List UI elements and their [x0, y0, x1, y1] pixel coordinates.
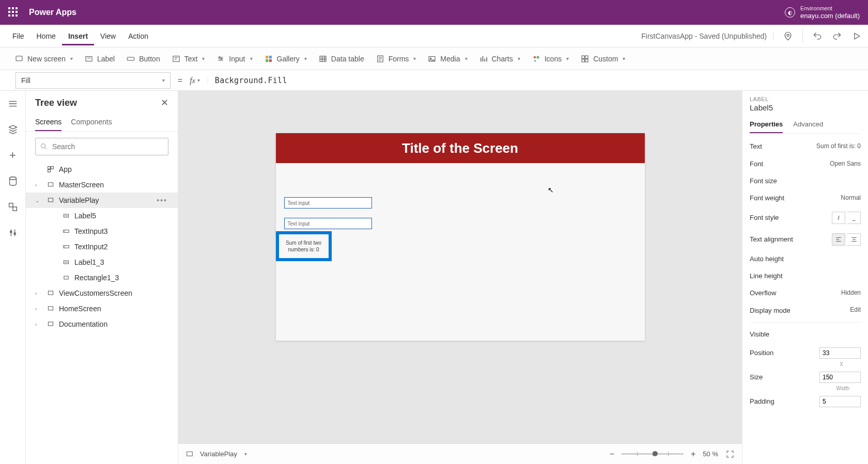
- tree-node-app[interactable]: App: [26, 162, 178, 177]
- prop-overflow-value[interactable]: Hidden: [841, 289, 861, 297]
- datatable-button[interactable]: Data table: [318, 54, 364, 63]
- chevron-down-icon: ▾: [250, 56, 253, 61]
- insert-icon[interactable]: +: [7, 150, 19, 161]
- cursor-icon: ↖: [548, 186, 554, 194]
- zoom-slider[interactable]: [622, 453, 684, 455]
- svg-rect-36: [64, 276, 68, 279]
- chevron-down-icon[interactable]: ▾: [244, 451, 247, 457]
- formula-bar: Fill ▾ = fx ▾ Background.Fill: [0, 70, 868, 91]
- search-input[interactable]: [52, 142, 164, 151]
- fit-screen-icon[interactable]: [725, 450, 735, 459]
- tree-node-homescreen[interactable]: ›HomeScreen: [26, 301, 178, 316]
- formula-input[interactable]: Background.Fill: [208, 76, 287, 85]
- tree-node-viewcustomers[interactable]: ›ViewCustomersScreen: [26, 285, 178, 301]
- media-dropdown[interactable]: Media▾: [427, 54, 467, 63]
- svg-rect-17: [582, 56, 584, 58]
- tab-components[interactable]: Components: [71, 114, 112, 131]
- environment-icon[interactable]: ◐: [785, 7, 795, 18]
- prop-text-value[interactable]: Sum of first is: 0: [816, 142, 861, 151]
- waffle-icon[interactable]: [8, 7, 19, 18]
- menu-file[interactable]: File: [6, 27, 30, 45]
- tree-node-textinput3[interactable]: TextInput3: [26, 223, 178, 239]
- redo-icon[interactable]: [832, 31, 842, 41]
- prop-padding-value[interactable]: [819, 396, 861, 407]
- tree-label: Label1_3: [74, 258, 104, 266]
- tree-view-icon[interactable]: [7, 124, 19, 135]
- tab-properties[interactable]: Properties: [750, 116, 783, 133]
- tree-node-textinput2[interactable]: TextInput2: [26, 239, 178, 254]
- prop-font-value[interactable]: Open Sans: [830, 160, 861, 168]
- custom-dropdown[interactable]: Custom▾: [580, 54, 625, 63]
- screen-title-label[interactable]: Title of the Screen: [276, 133, 645, 163]
- tab-advanced[interactable]: Advanced: [793, 116, 823, 133]
- prop-displaymode-value[interactable]: Edit: [850, 306, 861, 314]
- forms-dropdown[interactable]: Forms▾: [376, 54, 416, 63]
- prop-fontweight-value[interactable]: Normal: [841, 194, 861, 202]
- tree-node-rectangle1-3[interactable]: Rectangle1_3: [26, 270, 178, 285]
- play-icon[interactable]: [851, 31, 862, 41]
- prop-visible-label: Visible: [750, 330, 769, 338]
- canvas-screen[interactable]: Title of the Screen Text input Text inpu…: [276, 133, 645, 341]
- svg-point-0: [787, 34, 789, 36]
- environment-block[interactable]: Environment enayu.com (default): [800, 5, 860, 20]
- charts-dropdown[interactable]: Charts▾: [479, 54, 520, 63]
- control-name[interactable]: Label5: [750, 103, 861, 112]
- input-dropdown[interactable]: Input▾: [216, 54, 252, 63]
- icons-dropdown[interactable]: Icons▾: [532, 54, 569, 63]
- app-checker-icon[interactable]: [783, 31, 793, 41]
- new-screen-button[interactable]: New screen▾: [14, 54, 73, 63]
- menu-view[interactable]: View: [94, 27, 122, 45]
- media-panel-icon[interactable]: [7, 201, 19, 213]
- chevron-down-icon: ▾: [202, 56, 205, 61]
- button-button[interactable]: Button: [126, 54, 160, 63]
- prop-position-x[interactable]: [819, 347, 861, 359]
- property-dropdown[interactable]: Fill ▾: [16, 72, 171, 89]
- advanced-tools-icon[interactable]: [7, 227, 19, 238]
- svg-rect-39: [48, 322, 53, 326]
- canvas-textinput-2[interactable]: Text input: [284, 218, 372, 229]
- status-screen-name[interactable]: VariablePlay: [200, 450, 237, 458]
- italic-button[interactable]: I: [832, 212, 845, 224]
- prop-position-label: Position: [750, 349, 773, 357]
- prop-text-label: Text: [750, 142, 762, 150]
- zoom-out-button[interactable]: −: [610, 450, 614, 459]
- canvas-selected-label[interactable]: Sum of first two numbers is: 0: [276, 231, 332, 261]
- tree-search[interactable]: [35, 138, 168, 155]
- fx-expand-icon[interactable]: ▾: [197, 77, 208, 83]
- tree-node-masterscreen[interactable]: ›MasterScreen: [26, 177, 178, 193]
- canvas-textinput-1[interactable]: Text input: [284, 197, 372, 209]
- close-icon[interactable]: ✕: [161, 97, 168, 108]
- prop-font-label: Font: [750, 160, 763, 168]
- tree-node-label5[interactable]: Label5: [26, 208, 178, 223]
- data-icon[interactable]: [7, 175, 19, 187]
- fx-icon[interactable]: fx: [190, 76, 197, 85]
- svg-rect-37: [48, 291, 53, 295]
- tree-label: VariablePlay: [59, 196, 99, 204]
- tree-node-variableplay[interactable]: ⌄VariablePlay•••: [26, 193, 178, 208]
- align-left-button[interactable]: [832, 233, 845, 246]
- menu-action[interactable]: Action: [122, 27, 154, 45]
- svg-rect-22: [9, 203, 12, 207]
- tree-node-documentation[interactable]: ›Documentation: [26, 316, 178, 332]
- menu-insert[interactable]: Insert: [62, 27, 94, 45]
- prop-size-width[interactable]: [819, 372, 861, 383]
- tree-node-label1-3[interactable]: Label1_3: [26, 254, 178, 270]
- hamburger-icon[interactable]: [7, 98, 19, 109]
- save-status: FirstCanvasApp - Saved (Unpublished): [641, 32, 773, 40]
- text-dropdown[interactable]: Text▾: [172, 54, 205, 63]
- more-icon[interactable]: •••: [157, 196, 173, 204]
- label-button[interactable]: Label: [84, 54, 115, 63]
- datatable-btn-label: Data table: [331, 55, 364, 63]
- undo-icon[interactable]: [812, 31, 823, 41]
- align-center-button[interactable]: [847, 233, 861, 246]
- underline-button[interactable]: _: [847, 212, 861, 224]
- charts-btn-label: Charts: [492, 55, 513, 63]
- tab-screens[interactable]: Screens: [35, 114, 61, 131]
- zoom-in-button[interactable]: +: [691, 450, 695, 459]
- svg-rect-38: [48, 307, 53, 310]
- input-btn-label: Input: [229, 55, 245, 63]
- menu-home[interactable]: Home: [30, 27, 62, 45]
- svg-rect-16: [536, 56, 539, 58]
- svg-rect-2: [86, 56, 92, 61]
- gallery-dropdown[interactable]: Gallery▾: [264, 54, 307, 63]
